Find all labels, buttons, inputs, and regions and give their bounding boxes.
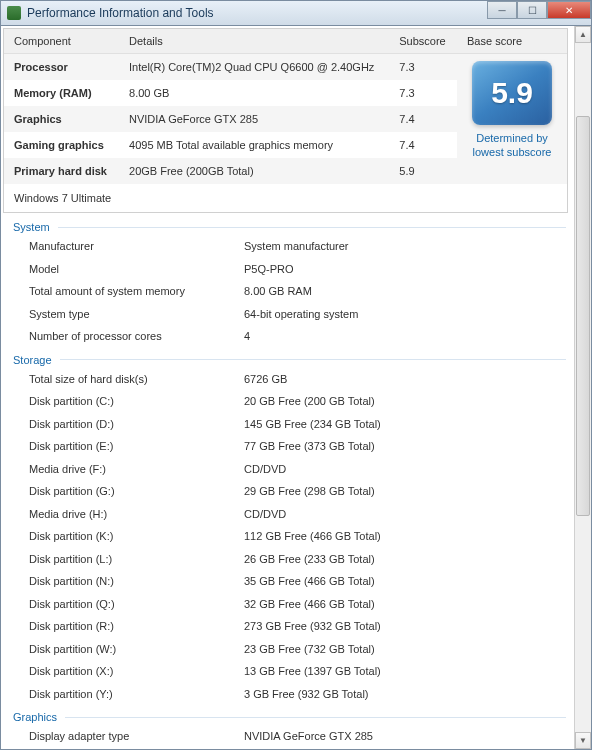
subscore-cell: 7.3 <box>389 80 457 106</box>
info-row: ManufacturerSystem manufacturer <box>1 235 574 258</box>
score-value: 5.9 <box>491 76 533 110</box>
scroll-up-button[interactable]: ▲ <box>575 26 591 43</box>
info-label: Media drive (F:) <box>29 461 244 478</box>
section-graphics: Graphics <box>1 705 574 725</box>
info-label: Disk partition (Y:) <box>29 686 244 703</box>
info-value: 145 GB Free (234 GB Total) <box>244 416 574 433</box>
info-row: Disk partition (L:)26 GB Free (233 GB To… <box>1 548 574 571</box>
info-value: 32 GB Free (466 GB Total) <box>244 596 574 613</box>
minimize-button[interactable]: ─ <box>487 1 517 19</box>
score-caption: Determined by lowest subscore <box>467 131 557 160</box>
info-label: Disk partition (L:) <box>29 551 244 568</box>
col-component: Component <box>4 29 119 54</box>
subscore-cell: 7.4 <box>389 106 457 132</box>
component-cell: Gaming graphics <box>4 132 119 158</box>
info-row: Display adapter typeNVIDIA GeForce GTX 2… <box>1 725 574 748</box>
os-info: Windows 7 Ultimate <box>4 184 567 212</box>
info-row: Total amount of system memory8.00 GB RAM <box>1 280 574 303</box>
info-value: 23 GB Free (732 GB Total) <box>244 641 574 658</box>
info-value: 112 GB Free (466 GB Total) <box>244 528 574 545</box>
info-row: Disk partition (Q:)32 GB Free (466 GB To… <box>1 593 574 616</box>
info-value: 64-bit operating system <box>244 306 574 323</box>
scroll-down-button[interactable]: ▼ <box>575 732 591 749</box>
component-cell: Memory (RAM) <box>4 80 119 106</box>
info-row: Disk partition (E:)77 GB Free (373 GB To… <box>1 435 574 458</box>
info-value: 273 GB Free (932 GB Total) <box>244 618 574 635</box>
close-button[interactable]: ✕ <box>547 1 591 19</box>
info-label: Disk partition (R:) <box>29 618 244 635</box>
details-cell: 4095 MB Total available graphics memory <box>119 132 389 158</box>
info-row: Media drive (F:)CD/DVD <box>1 458 574 481</box>
info-row: Total size of hard disk(s)6726 GB <box>1 368 574 391</box>
col-subscore: Subscore <box>389 29 457 54</box>
info-value: 29 GB Free (298 GB Total) <box>244 483 574 500</box>
info-row: System type64-bit operating system <box>1 303 574 326</box>
info-value: 35 GB Free (466 GB Total) <box>244 573 574 590</box>
section-system: System <box>1 215 574 235</box>
titlebar[interactable]: Performance Information and Tools ─ ☐ ✕ <box>0 0 592 26</box>
info-label: Media drive (H:) <box>29 506 244 523</box>
info-label: Manufacturer <box>29 238 244 255</box>
info-row: Disk partition (N:)35 GB Free (466 GB To… <box>1 570 574 593</box>
info-row: Disk partition (Y:)3 GB Free (932 GB Tot… <box>1 683 574 706</box>
subscore-cell: 5.9 <box>389 158 457 184</box>
info-row: ModelP5Q-PRO <box>1 258 574 281</box>
info-value: 3 GB Free (932 GB Total) <box>244 686 574 703</box>
info-value: 26 GB Free (233 GB Total) <box>244 551 574 568</box>
info-value: 4 <box>244 328 574 345</box>
component-cell: Processor <box>4 54 119 81</box>
app-icon <box>7 6 21 20</box>
content-area: Component Details Subscore Base score Pr… <box>0 26 592 750</box>
subscore-cell: 7.3 <box>389 54 457 81</box>
info-label: Model <box>29 261 244 278</box>
info-row: Number of processor cores4 <box>1 325 574 348</box>
info-row: Total available graphics memory4095 MB <box>1 748 574 750</box>
info-label: Disk partition (K:) <box>29 528 244 545</box>
info-row: Disk partition (C:)20 GB Free (200 GB To… <box>1 390 574 413</box>
details-cell: 20GB Free (200GB Total) <box>119 158 389 184</box>
score-table: Component Details Subscore Base score Pr… <box>4 29 567 184</box>
info-value: 13 GB Free (1397 GB Total) <box>244 663 574 680</box>
info-label: Disk partition (X:) <box>29 663 244 680</box>
info-label: Number of processor cores <box>29 328 244 345</box>
info-label: Disk partition (W:) <box>29 641 244 658</box>
info-value: CD/DVD <box>244 506 574 523</box>
info-row: Disk partition (G:)29 GB Free (298 GB To… <box>1 480 574 503</box>
info-label: Disk partition (G:) <box>29 483 244 500</box>
section-storage: Storage <box>1 348 574 368</box>
info-row: Disk partition (X:)13 GB Free (1397 GB T… <box>1 660 574 683</box>
col-details: Details <box>119 29 389 54</box>
info-value: 20 GB Free (200 GB Total) <box>244 393 574 410</box>
info-value: NVIDIA GeForce GTX 285 <box>244 728 574 745</box>
info-label: Disk partition (Q:) <box>29 596 244 613</box>
scroll-thumb[interactable] <box>576 116 590 516</box>
info-value: 77 GB Free (373 GB Total) <box>244 438 574 455</box>
info-row: Disk partition (R:)273 GB Free (932 GB T… <box>1 615 574 638</box>
scrollbar[interactable]: ▲ ▼ <box>574 26 591 749</box>
component-cell: Primary hard disk <box>4 158 119 184</box>
maximize-button[interactable]: ☐ <box>517 1 547 19</box>
info-label: Total size of hard disk(s) <box>29 371 244 388</box>
window-title: Performance Information and Tools <box>27 6 214 20</box>
info-label: Disk partition (E:) <box>29 438 244 455</box>
window-controls: ─ ☐ ✕ <box>487 1 591 19</box>
details-cell: NVIDIA GeForce GTX 285 <box>119 106 389 132</box>
score-badge: 5.9 <box>472 61 552 125</box>
details-cell: 8.00 GB <box>119 80 389 106</box>
info-value: P5Q-PRO <box>244 261 574 278</box>
info-label: System type <box>29 306 244 323</box>
info-row: Disk partition (D:)145 GB Free (234 GB T… <box>1 413 574 436</box>
component-cell: Graphics <box>4 106 119 132</box>
info-row: Media drive (H:)CD/DVD <box>1 503 574 526</box>
info-value: System manufacturer <box>244 238 574 255</box>
info-row: Disk partition (K:)112 GB Free (466 GB T… <box>1 525 574 548</box>
info-row: Disk partition (W:)23 GB Free (732 GB To… <box>1 638 574 661</box>
col-base: Base score <box>457 29 567 54</box>
info-label: Display adapter type <box>29 728 244 745</box>
info-label: Disk partition (C:) <box>29 393 244 410</box>
info-label: Disk partition (N:) <box>29 573 244 590</box>
info-label: Disk partition (D:) <box>29 416 244 433</box>
info-value: CD/DVD <box>244 461 574 478</box>
subscore-cell: 7.4 <box>389 132 457 158</box>
info-value: 8.00 GB RAM <box>244 283 574 300</box>
